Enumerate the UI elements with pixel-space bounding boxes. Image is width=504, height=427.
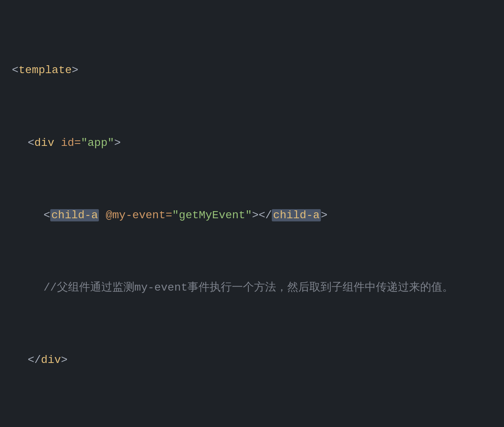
line-template-close: </template>: [12, 423, 492, 427]
code-editor: <template> <div id="app"> <child-a @my-e…: [12, 8, 492, 427]
line-div-open: <div id="app">: [12, 134, 492, 153]
line-div-close: </div>: [12, 351, 492, 370]
line-child-component: <child-a @my-event="getMyEvent"></child-…: [12, 206, 492, 225]
line-template-open: <template>: [12, 61, 492, 80]
line-comment-parent: //父组件通过监测my-event事件执行一个方法，然后取到子组件中传递过来的值…: [12, 278, 492, 298]
